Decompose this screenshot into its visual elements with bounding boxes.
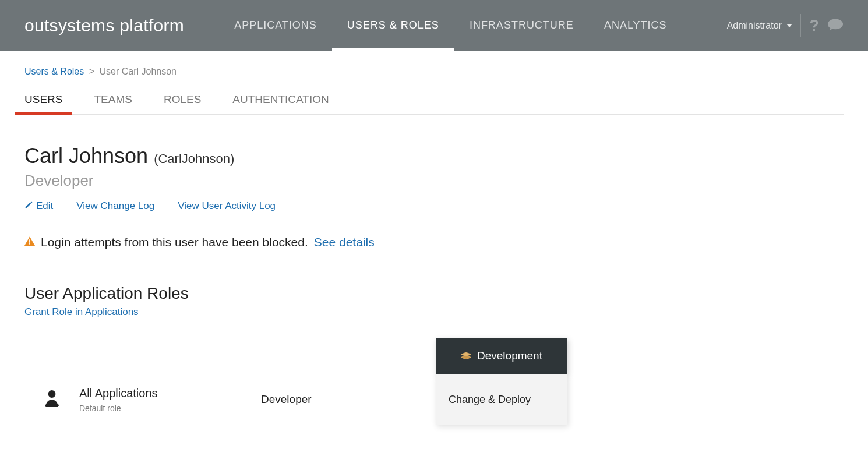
table-row: All Applications Default role Developer …	[24, 374, 844, 425]
user-display-name: Carl Johnson	[24, 144, 148, 168]
logo: outsystems platform	[24, 16, 184, 36]
user-role: Developer	[24, 172, 844, 190]
warning-banner: Login attempts from this user have been …	[24, 235, 844, 249]
grant-role-link[interactable]: Grant Role in Applications	[24, 306, 139, 318]
breadcrumb-separator: >	[89, 66, 94, 76]
pencil-icon	[24, 200, 33, 212]
nav-infrastructure[interactable]: INFRASTRUCTURE	[454, 0, 589, 51]
nav-users-roles[interactable]: USERS & ROLES	[332, 0, 454, 51]
app-subtitle: Default role	[79, 404, 261, 413]
stack-icon	[461, 349, 471, 362]
svg-rect-0	[29, 239, 30, 243]
row-role-cell: Developer	[261, 374, 436, 425]
breadcrumb: Users & Roles > User Carl Johnson	[24, 66, 844, 77]
user-menu[interactable]: Administrator	[727, 14, 801, 37]
tab-roles[interactable]: ROLES	[164, 87, 201, 114]
person-icon	[44, 390, 59, 409]
page-title: Carl Johnson (CarlJohnson)	[24, 144, 844, 168]
svg-rect-5	[45, 405, 59, 406]
row-permission-cell: Change & Deploy	[436, 374, 567, 425]
roles-header-spacer	[24, 338, 436, 374]
action-links: Edit View Change Log View User Activity …	[24, 200, 844, 212]
user-username: (CarlJohnson)	[154, 151, 234, 166]
edit-label: Edit	[36, 200, 53, 212]
sub-tabs: USERS TEAMS ROLES AUTHENTICATION	[24, 87, 844, 115]
svg-rect-1	[29, 243, 30, 245]
row-app-cell: All Applications Default role	[79, 374, 261, 425]
tab-authentication[interactable]: AUTHENTICATION	[232, 87, 329, 114]
roles-header-row: Development	[24, 338, 844, 374]
user-header: Carl Johnson (CarlJohnson) Developer Edi…	[24, 144, 844, 212]
see-details-link[interactable]: See details	[314, 235, 375, 249]
top-nav: APPLICATIONS USERS & ROLES INFRASTRUCTUR…	[219, 0, 727, 51]
svg-marker-3	[461, 355, 471, 359]
nav-applications[interactable]: APPLICATIONS	[219, 0, 332, 51]
tab-users[interactable]: USERS	[24, 87, 62, 114]
app-name: All Applications	[79, 387, 261, 400]
help-icon[interactable]: ?	[809, 16, 819, 35]
roles-table: Development All Applications Default rol…	[24, 338, 844, 425]
top-right: Administrator ?	[727, 14, 844, 37]
breadcrumb-current: User Carl Johnson	[100, 66, 177, 76]
page-content: Users & Roles > User Carl Johnson USERS …	[0, 51, 868, 448]
roles-section-title: User Application Roles	[24, 284, 844, 303]
row-icon-cell	[24, 374, 79, 425]
view-change-log-link[interactable]: View Change Log	[76, 200, 154, 212]
nav-analytics[interactable]: ANALYTICS	[589, 0, 682, 51]
environment-label: Development	[477, 349, 542, 362]
user-menu-label: Administrator	[727, 20, 782, 31]
chevron-down-icon	[786, 24, 792, 27]
warning-text: Login attempts from this user have been …	[41, 235, 308, 249]
environment-header: Development	[436, 338, 567, 374]
top-bar: outsystems platform APPLICATIONS USERS &…	[0, 0, 868, 51]
chat-icon[interactable]	[827, 18, 844, 33]
breadcrumb-root[interactable]: Users & Roles	[24, 66, 84, 76]
tab-teams[interactable]: TEAMS	[94, 87, 132, 114]
svg-point-4	[48, 390, 56, 398]
warning-icon	[24, 235, 35, 249]
edit-link[interactable]: Edit	[24, 200, 53, 212]
view-activity-log-link[interactable]: View User Activity Log	[178, 200, 276, 212]
